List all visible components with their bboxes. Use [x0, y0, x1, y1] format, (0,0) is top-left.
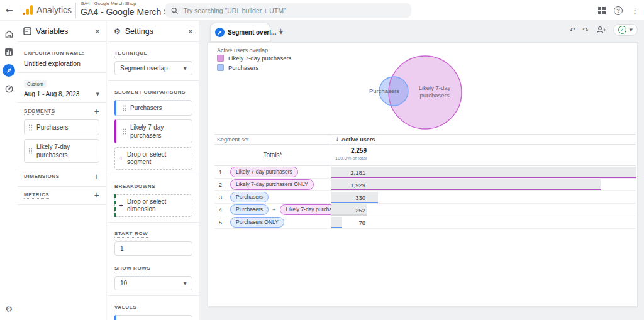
column-header-active-users[interactable]: ↓ Active users [331, 135, 636, 144]
column-header-label: Active users [341, 136, 375, 143]
share-users-icon[interactable] [596, 26, 606, 34]
show-rows-select[interactable]: 10 ▼ [114, 276, 192, 290]
exploration-name-label: EXPLORATION NAME: [24, 50, 84, 57]
back-arrow-icon[interactable]: ← [6, 5, 13, 15]
variables-icon [23, 27, 31, 35]
segment-comparisons-section: SEGMENT COMPARISONS Purchasers Likely 7-… [108, 81, 199, 175]
undo-icon[interactable]: ↶ [569, 26, 575, 34]
add-metric-button[interactable]: + [94, 190, 99, 199]
segment-item-label: Likely 7-day purchasers [36, 143, 91, 159]
left-nav-rail: ⚙ [0, 21, 18, 320]
metrics-section: METRICS + [18, 187, 106, 205]
analytics-logo-icon[interactable] [23, 4, 35, 16]
comparison-purchasers[interactable]: Purchasers [114, 100, 192, 116]
add-dimension-button[interactable]: + [94, 172, 99, 181]
search-input[interactable] [183, 7, 405, 14]
variables-panel-header: Variables × [18, 21, 106, 42]
totals-label: Totals* [214, 145, 331, 165]
app-root: ← Analytics GA4 - Google Merch Shop GA4 … [0, 0, 644, 320]
sort-descending-icon: ↓ [335, 136, 340, 142]
drop-segment-text: Drop or select segment [127, 151, 188, 166]
date-range-selector[interactable]: Aug 1 - Aug 8, 2023 ▼ [24, 91, 99, 97]
help-icon[interactable]: ? [614, 6, 623, 15]
variables-panel: Variables × EXPLORATION NAME: Untitled e… [18, 21, 107, 320]
table-totals-row: Totals* 2,259 100.0% of total [214, 145, 636, 166]
date-range-value: Aug 1 - Aug 8, 2023 [24, 91, 79, 97]
search-bar[interactable] [165, 3, 411, 18]
nav-explore-icon-active[interactable] [3, 64, 15, 77]
drag-handle-icon [122, 105, 126, 111]
date-range-section: Custom Aug 1 - Aug 8, 2023 ▼ [18, 73, 106, 103]
drop-dimension-zone[interactable]: + Drop or select dimension [114, 194, 192, 217]
technique-value: Segment overlap [120, 65, 168, 72]
row-value: 1,929 [336, 181, 365, 188]
technique-label: TECHNIQUE [114, 50, 148, 57]
show-rows-label: SHOW ROWS [114, 265, 150, 272]
nav-home-icon[interactable] [3, 28, 15, 40]
variables-close-icon[interactable]: × [95, 27, 100, 36]
segment-color-bar [114, 100, 116, 116]
segment-joiner: + [272, 207, 275, 213]
settings-close-icon[interactable]: × [188, 27, 193, 36]
settings-gear-icon: ⚙ [114, 27, 121, 36]
drag-handle-icon [28, 124, 33, 131]
segment-pill[interactable]: Likely 7-day purchasers [230, 167, 298, 177]
settings-title: Settings [125, 27, 184, 36]
segment-item-purchasers[interactable]: Purchasers [24, 119, 99, 135]
start-row-input[interactable] [114, 241, 192, 256]
search-icon [171, 7, 178, 14]
segment-pill[interactable]: Purchasers [230, 204, 269, 215]
legend-swatch-likely [217, 55, 224, 62]
exploration-name-value[interactable]: Untitled exploration [24, 60, 99, 67]
rows-section: START ROW SHOW ROWS 10 ▼ [108, 223, 199, 296]
segment-item-likely-7-day[interactable]: Likely 7-day purchasers [24, 139, 99, 163]
row-number: 5 [219, 219, 226, 226]
comparison-label: Purchasers [130, 104, 162, 112]
more-options-icon[interactable]: ⋮ [631, 6, 639, 15]
venn-diagram: Purchasers Likely 7-day purchasers [321, 48, 535, 143]
settings-panel-header: ⚙ Settings × [108, 21, 199, 42]
row-number: 1 [219, 169, 226, 175]
plus-icon: + [119, 202, 123, 209]
exploration-canvas: Segment overl... ▼ + ↶ ↷ ✓ ▼ Active user… [200, 21, 644, 320]
values-label: VALUES [114, 304, 136, 311]
row-value: 252 [336, 206, 365, 213]
value-active-users[interactable]: Active users [114, 315, 192, 320]
table-row: 3 Purchasers 330 [214, 191, 636, 204]
row-value: 78 [336, 219, 365, 226]
status-pill[interactable]: ✓ ▼ [613, 24, 638, 36]
technique-select[interactable]: Segment overlap ▼ [114, 61, 192, 75]
canvas-toolbar: ↶ ↷ ✓ ▼ [569, 24, 638, 36]
comparison-likely-7-day[interactable]: Likely 7-day purchasers [114, 119, 192, 143]
visualization-card: Active users overlap Likely 7-day purcha… [208, 42, 638, 307]
tab-segment-overlap[interactable]: Segment overl... ▼ [211, 23, 270, 41]
segment-pill[interactable]: Purchasers [230, 192, 269, 202]
apps-grid-icon[interactable] [598, 7, 606, 14]
chevron-down-icon: ▼ [630, 28, 633, 33]
drop-segment-zone[interactable]: + Drop or select segment [114, 147, 192, 170]
segment-comparisons-label: SEGMENT COMPARISONS [114, 89, 186, 96]
segment-pill[interactable]: Purchasers ONLY [230, 217, 284, 228]
legend-item: Purchasers [217, 64, 291, 71]
check-circle-icon: ✓ [618, 26, 626, 34]
breakdowns-label: BREAKDOWNS [114, 184, 155, 190]
legend-label: Purchasers [228, 64, 258, 71]
nav-reports-icon[interactable] [3, 46, 15, 58]
tab-label: Segment overl... [228, 29, 276, 36]
add-segment-button[interactable]: + [94, 107, 99, 116]
segment-color-bar [114, 119, 116, 143]
header-divider [75, 3, 76, 18]
show-rows-value: 10 [120, 280, 127, 287]
chevron-down-icon: ▼ [184, 66, 187, 71]
top-header: ← Analytics GA4 - Google Merch Shop GA4 … [0, 0, 644, 21]
segment-table: Segment set ↓ Active users Totals* 2,259… [214, 134, 636, 229]
segment-pill[interactable]: Likely 7-day purchasers ONLY [230, 179, 314, 190]
column-header-segment-set[interactable]: Segment set [214, 135, 331, 144]
redo-icon[interactable]: ↷ [583, 26, 589, 34]
new-tab-button[interactable]: + [278, 25, 284, 36]
dimension-color-bar [114, 194, 116, 217]
chart-title: Active users overlap [217, 47, 268, 53]
admin-gear-icon[interactable]: ⚙ [0, 304, 18, 314]
nav-advertising-icon[interactable] [3, 82, 15, 95]
dimensions-label: DIMENSIONS [24, 174, 60, 180]
